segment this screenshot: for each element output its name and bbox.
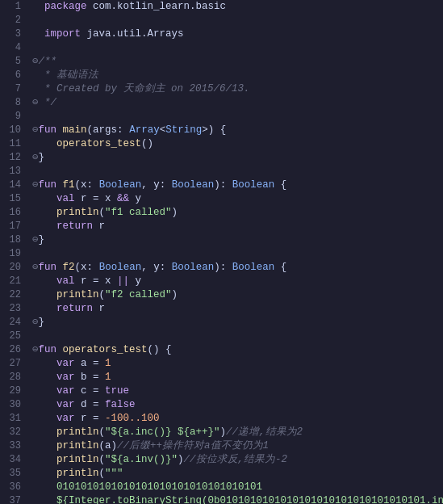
code-line: 9 [0,110,443,124]
code-line: 22 println("f2 called") [0,288,443,302]
line-number: 6 [0,69,29,82]
code-line: 27 var a = 1 [0,357,443,371]
line-content: ⊖/** [29,55,443,69]
line-number: 34 [0,453,29,467]
line-number: 28 [0,371,29,384]
line-content: ⊖fun f1(x: Boolean, y: Boolean): Boolean… [29,178,443,192]
line-number: 2 [0,14,29,27]
code-line: 37 ${Integer.toBinaryString(0b0101010101… [0,494,443,504]
line-number: 31 [0,412,29,426]
line-content [29,14,443,27]
line-number: 17 [0,220,29,233]
line-number: 22 [0,288,29,302]
line-number: 20 [0,261,29,275]
code-line: 15 val r = x && y [0,192,443,206]
code-line: 25 [0,330,443,343]
code-line: 24⊖} [0,316,443,330]
code-line: 33 println(a)//后缀++操作符对a值不变仍为1 [0,439,443,453]
line-content: * Created by 天命剑主 on 2015/6/13. [29,82,443,96]
code-line: 3 import java.util.Arrays [0,27,443,41]
line-content: return r [29,302,443,316]
line-content: var d = false [29,398,443,412]
code-line: 23 return r [0,302,443,316]
line-number: 23 [0,302,29,316]
line-content: val r = x || y [29,275,443,288]
line-content: var a = 1 [29,357,443,371]
line-content: ⊖fun main(args: Array<String>) { [29,124,443,137]
line-content: var r = -100..100 [29,412,443,426]
line-number: 19 [0,247,29,261]
code-line: 18⊖} [0,233,443,247]
code-line: 6 * 基础语法 [0,69,443,82]
line-content [29,247,443,261]
line-content: ⊖fun f2(x: Boolean, y: Boolean): Boolean… [29,261,443,275]
line-number: 29 [0,384,29,398]
line-number: 33 [0,439,29,453]
line-number: 11 [0,137,29,151]
line-number: 27 [0,357,29,371]
line-number: 10 [0,124,29,137]
code-line: 30 var d = false [0,398,443,412]
line-number: 16 [0,206,29,220]
line-content: println("f1 called") [29,206,443,220]
line-content: ⊖} [29,233,443,247]
line-number: 7 [0,82,29,96]
line-number: 25 [0,330,29,343]
line-content: ⊖} [29,151,443,165]
code-line: 8⊖ */ [0,96,443,110]
line-content: * 基础语法 [29,69,443,82]
code-line: 31 var r = -100..100 [0,412,443,426]
line-number: 24 [0,316,29,330]
code-line: 5⊖/** [0,55,443,69]
line-content: var b = 1 [29,371,443,384]
line-number: 8 [0,96,29,110]
line-content [29,41,443,55]
line-number: 35 [0,467,29,481]
line-number: 15 [0,192,29,206]
line-content: var c = true [29,384,443,398]
code-line: 13 [0,165,443,178]
line-number: 36 [0,481,29,494]
line-content: operators_test() [29,137,443,151]
line-content: ⊖} [29,316,443,330]
code-line: 16 println("f1 called") [0,206,443,220]
code-line: 19 [0,247,443,261]
code-line: 36 0101010101010101010101010101010101 [0,481,443,494]
line-content: println("${a.inv()}")//按位求反,结果为-2 [29,453,443,467]
line-content: ⊖fun operators_test() { [29,343,443,357]
line-number: 32 [0,426,29,439]
code-line: 26⊖fun operators_test() { [0,343,443,357]
line-number: 26 [0,343,29,357]
code-line: 12⊖} [0,151,443,165]
line-content: ${Integer.toBinaryString(0b0101010101010… [29,494,443,504]
line-number: 18 [0,233,29,247]
code-line: 21 val r = x || y [0,275,443,288]
line-number: 12 [0,151,29,165]
line-number: 5 [0,55,29,69]
line-content: return r [29,220,443,233]
line-content: println(""" [29,467,443,481]
code-line: 29 var c = true [0,384,443,398]
code-line: 1 package com.kotlin_learn.basic [0,0,443,14]
line-content: println("f2 called") [29,288,443,302]
code-line: 2 [0,14,443,27]
code-line: 10⊖fun main(args: Array<String>) { [0,124,443,137]
line-content: println(a)//后缀++操作符对a值不变仍为1 [29,439,443,453]
line-content: println("${a.inc()} ${a++}")//递增,结果为2 [29,426,443,439]
code-line: 35 println(""" [0,467,443,481]
line-content: package com.kotlin_learn.basic [29,0,443,14]
line-number: 1 [0,0,29,14]
code-line: 34 println("${a.inv()}")//按位求反,结果为-2 [0,453,443,467]
code-line: 32 println("${a.inc()} ${a++}")//递增,结果为2 [0,426,443,439]
line-content: import java.util.Arrays [29,27,443,41]
line-content: 0101010101010101010101010101010101 [29,481,443,494]
line-number: 14 [0,178,29,192]
code-line: 20⊖fun f2(x: Boolean, y: Boolean): Boole… [0,261,443,275]
code-line: 11 operators_test() [0,137,443,151]
line-number: 13 [0,165,29,178]
line-number: 37 [0,494,29,504]
line-content [29,330,443,343]
code-line: 4 [0,41,443,55]
line-content: val r = x && y [29,192,443,206]
line-content: ⊖ */ [29,96,443,110]
